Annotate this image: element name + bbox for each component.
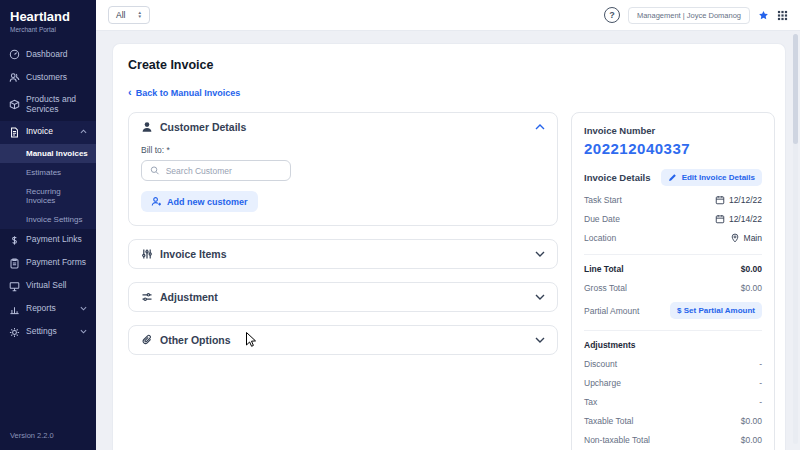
star-icon[interactable] (758, 10, 769, 21)
person-plus-icon (151, 196, 162, 207)
task-start-value[interactable]: 12/12/22 (715, 195, 762, 205)
discount-row: Discount - (584, 359, 762, 369)
main-area: All ▲ ▼ ? Management | Joyce Domanog Cre (96, 0, 800, 450)
person-icon (141, 121, 153, 133)
chevron-up-icon[interactable] (535, 124, 545, 130)
invoice-number: 202212040337 (584, 140, 762, 157)
calendar-icon (715, 214, 725, 224)
app-window: Heartland Merchant Portal Dashboard Cust… (0, 0, 800, 450)
taxable-total-row: Taxable Total $0.00 (584, 416, 762, 426)
sidebar-item-label: Dashboard (26, 50, 68, 60)
adjustment-header[interactable]: Adjustment (129, 283, 557, 311)
dropdown-stepper-icon: ▲ ▼ (137, 11, 141, 19)
sidebar-item-estimates[interactable]: Estimates (0, 163, 96, 182)
tax-value: - (759, 397, 762, 407)
invoice-form-column: Customer Details Bill to: * (128, 112, 558, 450)
logo-title: Heartland (10, 9, 86, 24)
upcharge-value: - (759, 378, 762, 388)
content-area: Create Invoice ‹ Back to Manual Invoices… (96, 31, 800, 450)
sidebar-item-dashboard[interactable]: Dashboard (0, 43, 96, 66)
discount-label: Discount (584, 359, 617, 369)
dashboard-icon (9, 49, 20, 60)
add-new-customer-label: Add new customer (167, 197, 248, 207)
apps-grid-icon[interactable] (777, 10, 788, 21)
customers-icon (9, 72, 20, 83)
logo-subtitle: Merchant Portal (10, 26, 86, 33)
pencil-icon (668, 173, 677, 182)
other-options-section: Other Options (128, 325, 558, 355)
divider (584, 330, 762, 331)
taxable-total-label: Taxable Total (584, 416, 633, 426)
nontaxable-total-label: Non-taxable Total (584, 435, 650, 445)
chevron-down-icon[interactable] (535, 337, 545, 343)
edit-invoice-details-button[interactable]: Edit Invoice Details (661, 169, 762, 186)
filter-dropdown[interactable]: All ▲ ▼ (108, 6, 150, 24)
sidebar-item-payment-forms[interactable]: Payment Forms (0, 252, 96, 275)
taxable-total-value: $0.00 (741, 416, 762, 426)
due-date-label: Due Date (584, 214, 620, 224)
chevron-down-icon[interactable] (535, 251, 545, 257)
sidebar-item-manual-invoices[interactable]: Manual Invoices (0, 144, 96, 163)
due-date-value[interactable]: 12/14/22 (715, 214, 762, 224)
customer-search-input[interactable] (166, 166, 282, 176)
sidebar-item-products-services[interactable]: Products and Services (0, 89, 96, 121)
adjustments-label: Adjustments (584, 340, 635, 350)
sidebar-item-reports[interactable]: Reports (0, 298, 96, 321)
line-total-label: Line Total (584, 264, 624, 274)
tax-row: Tax - (584, 397, 762, 407)
sidebar-item-settings[interactable]: Settings (0, 321, 96, 344)
chevron-up-icon (80, 127, 87, 137)
customer-details-header[interactable]: Customer Details (129, 113, 557, 141)
two-column-layout: Customer Details Bill to: * (128, 112, 775, 450)
other-options-header[interactable]: Other Options (129, 326, 557, 354)
invoice-items-header[interactable]: Invoice Items (129, 240, 557, 268)
back-link-label: Back to Manual Invoices (136, 88, 241, 98)
location-name: Main (744, 233, 762, 243)
sidebar-item-customers[interactable]: Customers (0, 66, 96, 89)
search-icon (150, 165, 160, 176)
nontaxable-total-row: Non-taxable Total $0.00 (584, 435, 762, 445)
adjustments-header-row: Adjustments (584, 340, 762, 350)
calendar-icon (715, 195, 725, 205)
invoice-icon (9, 127, 20, 138)
customer-details-body: Bill to: * Add new customer (129, 145, 557, 225)
page-title: Create Invoice (128, 58, 775, 72)
partial-amount-label: Partial Amount (584, 306, 639, 316)
add-new-customer-button[interactable]: Add new customer (141, 191, 258, 212)
gross-total-row: Gross Total $0.00 (584, 283, 762, 293)
sidebar-item-invoice-settings[interactable]: Invoice Settings (0, 210, 96, 229)
back-link[interactable]: ‹ Back to Manual Invoices (128, 88, 240, 98)
help-icon[interactable]: ? (604, 7, 620, 23)
sidebar-item-label: Payment Forms (26, 258, 86, 268)
location-row: Location Main (584, 233, 762, 243)
topbar-right: ? Management | Joyce Domanog (604, 7, 788, 24)
sidebar-item-label: Products and Services (26, 95, 87, 115)
section-title: Other Options (160, 334, 231, 346)
invoice-summary-card: Invoice Number 202212040337 Invoice Deta… (571, 112, 775, 450)
invoice-details-row: Invoice Details Edit Invoice Details (584, 169, 762, 186)
chevron-down-icon[interactable] (535, 294, 545, 300)
virtual-sell-icon (9, 281, 20, 292)
invoice-summary-column: Invoice Number 202212040337 Invoice Deta… (571, 112, 775, 450)
scrollbar[interactable] (793, 34, 798, 444)
sidebar-item-payment-links[interactable]: Payment Links (0, 229, 96, 252)
gross-total-label: Gross Total (584, 283, 627, 293)
sidebar-item-invoice[interactable]: Invoice (0, 121, 96, 144)
customer-search[interactable] (141, 160, 291, 181)
invoice-nav-group: Invoice Manual Invoices Estimates Recurr… (0, 121, 96, 229)
set-partial-amount-button[interactable]: $ Set Partial Amount (670, 302, 762, 319)
sidebar-item-recurring-invoices[interactable]: Recurring Invoices (0, 182, 96, 210)
sidebar-item-label: Settings (26, 327, 57, 337)
sidebar-item-label: Virtual Sell (26, 281, 66, 291)
section-title: Adjustment (160, 291, 218, 303)
chevron-down-icon (80, 327, 87, 337)
location-label: Location (584, 233, 616, 243)
sidebar-item-virtual-sell[interactable]: Virtual Sell (0, 275, 96, 298)
payment-links-icon (9, 235, 20, 246)
location-value[interactable]: Main (730, 233, 762, 243)
logo[interactable]: Heartland Merchant Portal (0, 0, 96, 43)
partial-amount-row: Partial Amount $ Set Partial Amount (584, 302, 762, 319)
scrollbar-thumb[interactable] (793, 34, 798, 144)
bill-to-label: Bill to: * (141, 145, 545, 155)
user-menu[interactable]: Management | Joyce Domanog (628, 7, 750, 24)
